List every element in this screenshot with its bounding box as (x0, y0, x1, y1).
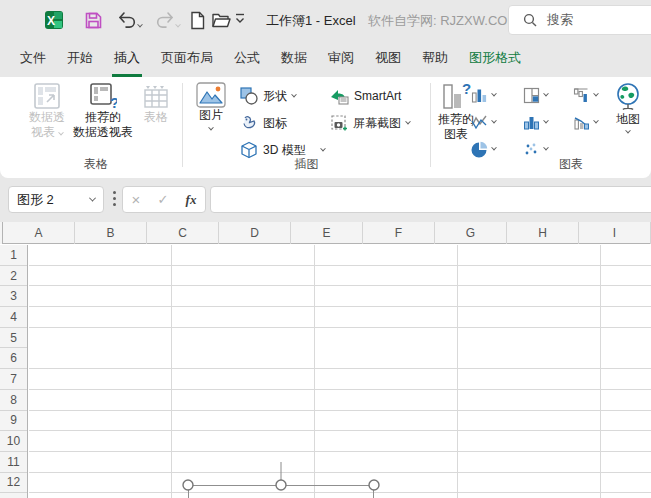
pictures-label: 图片 (199, 108, 223, 123)
new-document-button[interactable] (186, 9, 208, 31)
map-button[interactable]: 地图 (606, 82, 650, 134)
ribbon-group-tables: 数据透 视表 ? 推荐的 数据透视表 表格 表格 (10, 77, 182, 178)
recommended-pivot-label-line1: 推荐的 (85, 110, 121, 125)
cancel-button[interactable]: × (132, 191, 141, 208)
row-header-7[interactable]: 7 (0, 369, 27, 390)
smartart-button[interactable]: SmartArt (330, 86, 401, 106)
tab-graphics-format[interactable]: 图形格式 (467, 49, 523, 77)
line-chart-button[interactable] (471, 112, 496, 132)
pivot-table-label-line2: 视表 (31, 125, 55, 139)
resize-handle-n[interactable] (276, 480, 286, 490)
row-headers: 123456789101112 (0, 245, 28, 498)
pivot-table-button[interactable]: 数据透 视表 (22, 82, 72, 140)
chevron-down-icon (291, 92, 297, 98)
table-button[interactable]: 表格 (134, 82, 178, 125)
recommended-charts-icon: ? (441, 82, 471, 112)
tab-formulas[interactable]: 公式 (232, 49, 262, 77)
table-label: 表格 (144, 110, 168, 125)
tab-help[interactable]: 帮助 (420, 49, 450, 77)
undo-dropdown-chevron[interactable] (138, 14, 142, 32)
pictures-button[interactable]: 图片 (189, 82, 233, 131)
column-chart-icon (471, 87, 488, 104)
column-header-E[interactable]: E (291, 222, 363, 244)
chevron-down-icon (625, 128, 631, 134)
screenshot-icon (330, 114, 348, 132)
svg-text:?: ? (462, 82, 471, 97)
excel-logo-icon: X (43, 9, 65, 31)
magnifier-icon (523, 13, 537, 27)
row-header-8[interactable]: 8 (0, 390, 27, 411)
tab-home[interactable]: 开始 (65, 49, 95, 77)
enter-button[interactable]: ✓ (158, 192, 169, 207)
row-header-10[interactable]: 10 (0, 431, 27, 452)
column-headers: ABCDEFGHI (0, 222, 651, 244)
column-header-C[interactable]: C (147, 222, 219, 244)
column-header-H[interactable]: H (507, 222, 579, 244)
resize-handle-ne[interactable] (369, 480, 379, 490)
open-folder-button[interactable] (210, 9, 232, 31)
recommended-pivot-button[interactable]: ? 推荐的 数据透视表 (72, 82, 134, 140)
column-header-G[interactable]: G (435, 222, 507, 244)
row-header-9[interactable]: 9 (0, 411, 27, 432)
chevron-down-icon (593, 91, 599, 97)
chevron-down-icon (491, 91, 497, 97)
ribbon-group-charts: ? 推荐的 图表 (431, 77, 651, 178)
chevron-down-icon (89, 195, 96, 202)
selected-cloud-shape[interactable] (188, 460, 374, 498)
icons-button[interactable]: 图标 (240, 113, 287, 133)
search-input[interactable]: 搜索 (508, 5, 651, 35)
formula-bar-drag-handle[interactable] (113, 191, 116, 206)
tab-insert[interactable]: 插入 (112, 49, 142, 77)
redo-button[interactable] (154, 9, 176, 31)
chevron-down-icon (543, 91, 549, 97)
tab-view[interactable]: 视图 (373, 49, 403, 77)
column-chart-button[interactable] (471, 85, 496, 105)
column-header-D[interactable]: D (219, 222, 291, 244)
treemap-chart-button[interactable] (523, 85, 548, 105)
ribbon-group-illustrations: 图片 形状 图标 3D 模型 SmartArt (183, 77, 430, 178)
column-header-B[interactable]: B (75, 222, 147, 244)
row-header-2[interactable]: 2 (0, 266, 27, 287)
row-header-6[interactable]: 6 (0, 348, 27, 369)
undo-button[interactable] (116, 9, 138, 31)
shapes-button[interactable]: 形状 (240, 86, 296, 106)
combo-chart-icon (573, 114, 590, 131)
formula-input[interactable] (210, 186, 651, 213)
tab-page-layout[interactable]: 页面布局 (159, 49, 215, 77)
pie-chart-icon (471, 141, 488, 158)
histogram-chart-button[interactable] (523, 112, 548, 132)
column-header-A[interactable]: A (3, 222, 75, 244)
combo-chart-button[interactable] (573, 112, 598, 132)
save-button[interactable] (82, 9, 104, 31)
chevron-down-icon (491, 118, 497, 124)
icons-icon (240, 114, 258, 132)
insert-function-button[interactable]: fx (186, 192, 197, 208)
tab-data[interactable]: 数据 (279, 49, 309, 77)
icons-label: 图标 (263, 115, 287, 132)
row-header-3[interactable]: 3 (0, 286, 27, 307)
map-globe-icon (613, 82, 643, 112)
select-all-button[interactable] (0, 222, 3, 244)
redo-dropdown-chevron[interactable] (176, 14, 180, 32)
row-header-1[interactable]: 1 (0, 245, 27, 266)
tab-review[interactable]: 审阅 (326, 49, 356, 77)
ribbon: 数据透 视表 ? 推荐的 数据透视表 表格 表格 图片 (0, 77, 651, 178)
name-box[interactable]: 图形 2 (8, 186, 104, 213)
row-header-12[interactable]: 12 (0, 473, 27, 494)
column-header-F[interactable]: F (363, 222, 435, 244)
column-header-I[interactable]: I (579, 222, 651, 244)
screenshot-button[interactable]: 屏幕截图 (330, 113, 410, 133)
row-header-5[interactable]: 5 (0, 328, 27, 349)
waterfall-chart-button[interactable] (573, 85, 598, 105)
customize-toolbar-button[interactable] (235, 11, 245, 29)
chevron-down-icon (320, 146, 326, 152)
chevron-down-icon (405, 119, 411, 125)
chevron-down-icon (543, 118, 549, 124)
line-chart-icon (471, 114, 488, 131)
tab-file[interactable]: 文件 (18, 49, 48, 77)
resize-handle-nw[interactable] (183, 480, 193, 490)
smartart-label: SmartArt (354, 89, 401, 103)
row-header-11[interactable]: 11 (0, 452, 27, 473)
search-placeholder: 搜索 (547, 11, 573, 29)
row-header-4[interactable]: 4 (0, 307, 27, 328)
